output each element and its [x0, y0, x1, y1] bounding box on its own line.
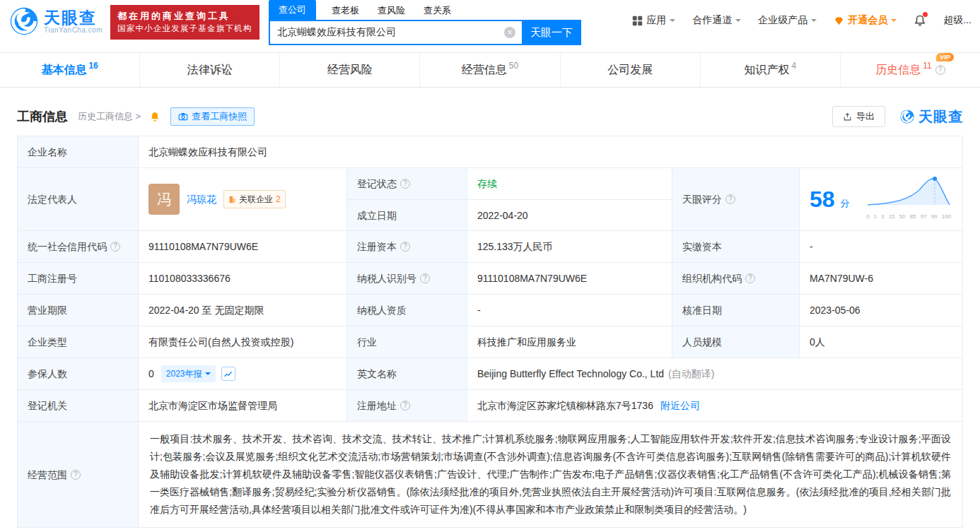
- table-row: 登记机关 北京市海淀区市场监督管理局 注册地址 北京市海淀区苏家坨镇柳林路东7号…: [18, 389, 962, 421]
- address-label-cell: 注册地址: [346, 390, 467, 421]
- export-icon: [843, 112, 852, 122]
- legal-rep-name-link[interactable]: 冯琼花: [187, 192, 216, 206]
- nav-apps[interactable]: 应用: [632, 14, 675, 27]
- address-label: 注册地址: [357, 398, 397, 413]
- nav-enterprise[interactable]: 企业级产品: [758, 14, 817, 27]
- building-icon: [228, 196, 236, 203]
- nav-partner[interactable]: 合作通道: [692, 14, 741, 27]
- org-code-label-cell: 组织机构代码: [672, 263, 799, 294]
- history-business-info-link[interactable]: 历史工商信息 >: [78, 110, 141, 123]
- tab-label: 历史信息: [875, 63, 921, 78]
- nearby-companies-link[interactable]: 附近公司: [660, 398, 700, 413]
- section-header: 工商信息 历史工商信息 > 查看工商快照 导出 天眼查: [17, 106, 963, 127]
- tab-label: 经营风险: [327, 63, 373, 78]
- search-tab-risk[interactable]: 查风险: [378, 4, 405, 20]
- chevron-down-icon: [670, 19, 675, 25]
- tab-business-info[interactable]: 经营信息 50: [419, 53, 559, 87]
- score-distribution-chart: 0131550859799100: [866, 175, 952, 224]
- tab-legal-proceedings[interactable]: 法律诉讼: [139, 53, 279, 87]
- scope-value: 一般项目:技术服务、技术开发、技术咨询、技术交流、技术转让、技术推广;计算机系统…: [138, 422, 962, 527]
- nav-open-vip[interactable]: 开通会员: [834, 14, 897, 27]
- help-icon[interactable]: [110, 242, 120, 252]
- top-header: 天眼查 TianYanCha.com 都在用的商业查询工具 国家中小企业发展子基…: [0, 0, 980, 44]
- related-companies-count: 2: [276, 192, 281, 206]
- annual-report-badge[interactable]: 2023年报: [161, 365, 216, 382]
- related-companies-badge[interactable]: 关联企业 2: [223, 190, 286, 208]
- tab-basic-info[interactable]: 基本信息 16: [0, 53, 139, 87]
- score-cell[interactable]: 58分 0131550859799100: [799, 168, 962, 230]
- nav-open-vip-label: 开通会员: [848, 14, 887, 27]
- view-snapshot-button[interactable]: 查看工商快照: [170, 107, 255, 126]
- search-input[interactable]: [269, 20, 522, 45]
- tab-label: 公司发展: [607, 63, 653, 78]
- legal-rep-label: 法定代表人: [18, 168, 138, 230]
- tab-company-development[interactable]: 公司发展: [560, 53, 700, 87]
- export-button[interactable]: 导出: [832, 106, 885, 127]
- paid-capital-value: -: [799, 231, 962, 262]
- tianyancha-logo[interactable]: 天眼查 TianYanCha.com: [8, 6, 103, 37]
- english-name-value: Beijing Butterfly Effect Technology Co.,…: [477, 367, 664, 381]
- help-icon[interactable]: [71, 470, 81, 480]
- company-tab-bar: 基本信息 16 法律诉讼 经营风险 经营信息 50 公司发展 知识产权 4 VI…: [0, 52, 980, 88]
- help-icon[interactable]: [725, 194, 735, 204]
- help-icon[interactable]: [400, 401, 410, 410]
- score-unit: 分: [841, 196, 850, 211]
- search-tab-company[interactable]: 查公司: [269, 0, 316, 20]
- nav-partner-label: 合作通道: [692, 14, 732, 27]
- chevron-down-icon: [811, 19, 817, 25]
- tab-count: 50: [509, 61, 518, 71]
- reg-no-label: 工商注册号: [18, 263, 138, 294]
- vip-badge: VIP: [936, 53, 954, 61]
- table-row: 企业类型 有限责任公司(自然人投资或控股) 行业 科技推广和应用服务业 人员规模…: [18, 326, 962, 357]
- watermark-brand: 天眼查: [899, 107, 963, 126]
- bell-icon: [149, 111, 161, 122]
- tab-label: 经营信息: [462, 63, 507, 78]
- status-label-cell: 登记状态: [346, 168, 467, 199]
- address-value: 北京市海淀区苏家坨镇柳林路东7号1736: [477, 398, 653, 413]
- business-info-table: 企业名称 北京蝴蝶效应科技有限公司 法定代表人 冯 冯琼花 关联企业 2 登记状…: [17, 136, 963, 528]
- nav-apps-label: 应用: [646, 14, 666, 27]
- clear-search-icon[interactable]: ×: [504, 27, 515, 38]
- scope-label: 经营范围: [28, 468, 67, 482]
- view-snapshot-label: 查看工商快照: [192, 110, 247, 123]
- search-tab-relation[interactable]: 查关系: [424, 4, 451, 20]
- help-icon[interactable]: [400, 242, 410, 252]
- chevron-down-icon: [735, 19, 741, 25]
- reg-capital-value: 125.133万人民币: [467, 231, 672, 262]
- search-tab-boss[interactable]: 查老板: [332, 4, 359, 20]
- logo-brand: 天眼查: [44, 9, 103, 26]
- taxpayer-id-value: 91110108MA7N79UW6E: [467, 263, 672, 294]
- table-row: 营业期限 2022-04-20 至 无固定期限 纳税人资质 - 核准日期 202…: [18, 294, 962, 326]
- nav-super-vip[interactable]: 超级...: [943, 14, 972, 27]
- tab-operating-risk[interactable]: 经营风险: [279, 53, 419, 87]
- help-icon[interactable]: [935, 65, 945, 75]
- chevron-down-icon: [891, 19, 897, 25]
- annual-report-label: 2023年报: [166, 367, 202, 381]
- uscc-label: 统一社会信用代码: [28, 240, 107, 254]
- status-badge: 存续: [477, 177, 497, 191]
- org-code-label: 组织机构代码: [682, 271, 742, 285]
- table-row: 企业名称 北京蝴蝶效应科技有限公司: [18, 136, 962, 167]
- taxpayer-id-label-cell: 纳税人识别号: [346, 263, 467, 294]
- reg-no-value: 110108033336676: [138, 263, 346, 294]
- search-tabs: 查公司 查老板 查风险 查关系: [269, 1, 581, 20]
- notification-bell[interactable]: [914, 14, 926, 27]
- avatar[interactable]: 冯: [148, 184, 180, 215]
- camera-icon: [178, 112, 188, 122]
- tab-history-info[interactable]: VIP 历史信息 11: [840, 53, 980, 87]
- help-icon[interactable]: [745, 273, 755, 283]
- vip-diamond-icon: [834, 16, 844, 26]
- help-icon[interactable]: [400, 179, 410, 189]
- org-code-value: MA7N79UW-6: [799, 263, 962, 294]
- uscc-label-cell: 统一社会信用代码: [18, 231, 138, 262]
- logo-swirl-icon: [8, 6, 40, 37]
- score-value: 58: [810, 192, 835, 206]
- help-icon[interactable]: [420, 273, 430, 283]
- line-chart-icon: [223, 370, 233, 379]
- uscc-value: 91110108MA7N79UW6E: [138, 231, 346, 262]
- tab-intellectual-property[interactable]: 知识产权 4: [700, 53, 840, 87]
- insured-count-cell: 0 2023年报: [138, 358, 346, 389]
- subscribe-bell[interactable]: [149, 111, 161, 122]
- search-button[interactable]: 天眼一下: [522, 20, 581, 45]
- trend-chart-button[interactable]: [221, 367, 235, 381]
